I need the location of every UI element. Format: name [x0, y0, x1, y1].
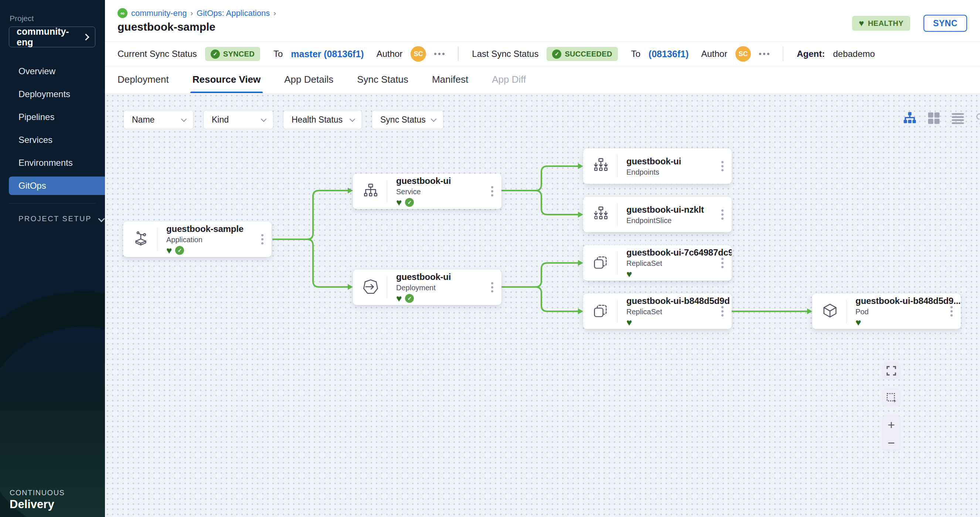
tab-app-details[interactable]: App Details — [284, 74, 333, 94]
author-avatar[interactable]: SC — [735, 46, 751, 62]
divider — [458, 46, 458, 61]
breadcrumb-link[interactable]: GitOps: Applications — [197, 8, 270, 18]
author-avatar[interactable]: SC — [410, 46, 426, 62]
resource-node-endpointslice[interactable]: guestbook-ui-nzkltEndpointSlice — [583, 197, 732, 232]
node-name: guestbook-sample — [166, 224, 272, 234]
tab-bar: DeploymentResource ViewApp DetailsSync S… — [105, 67, 980, 94]
agent-label: Agent: — [797, 49, 825, 59]
resource-node-deployment[interactable]: guestbook-uiDeployment♥✓ — [353, 270, 501, 305]
sidebar-item-overview[interactable]: Overview — [0, 60, 105, 83]
node-status: ♥ — [626, 318, 732, 327]
to-label: To — [274, 49, 283, 59]
last-sync-status-label: Last Sync Status — [472, 49, 538, 59]
filter-health-status[interactable]: Health Status — [283, 110, 362, 129]
project-setup-toggle[interactable]: PROJECT SETUP — [19, 214, 105, 223]
node-menu-icon[interactable] — [719, 159, 726, 174]
node-menu-icon[interactable] — [259, 232, 266, 247]
healthy-heart-icon: ♥ — [396, 198, 402, 206]
node-menu-icon[interactable] — [489, 280, 496, 295]
fit-view-button[interactable] — [882, 362, 900, 380]
node-kind: Deployment — [396, 284, 501, 292]
filter-label: Health Status — [291, 115, 342, 125]
node-status: ♥✓ — [166, 246, 272, 255]
cloud-view-icon[interactable] — [975, 111, 980, 127]
filter-sync-status[interactable]: Sync Status — [372, 110, 444, 129]
resource-node-endpoints[interactable]: guestbook-uiEndpoints — [583, 149, 732, 184]
node-menu-icon[interactable] — [719, 207, 726, 222]
to-label: To — [631, 49, 640, 59]
tree-view-icon[interactable] — [903, 111, 916, 126]
sidebar-item-deployments[interactable]: Deployments — [0, 83, 105, 106]
sidebar-item-pipelines[interactable]: Pipelines — [0, 106, 105, 128]
synced-check-icon: ✓ — [405, 294, 414, 303]
node-divider — [617, 203, 617, 226]
node-status: ♥ — [626, 270, 732, 278]
chevron-down-icon — [261, 116, 267, 122]
node-divider — [617, 300, 617, 323]
chevron-down-icon — [181, 116, 187, 122]
health-status-badge[interactable]: ♥ HEALTHY — [852, 16, 910, 31]
node-status: ♥ — [856, 318, 961, 327]
node-kind: ReplicaSet — [626, 259, 732, 268]
list-view-icon[interactable] — [951, 112, 964, 126]
node-text: guestbook-uiService♥✓ — [396, 176, 501, 207]
zoom-in-button[interactable]: + — [888, 419, 895, 430]
gitops-icon: ∞ — [118, 8, 127, 18]
resource-graph-canvas[interactable]: NameKindHealth StatusSync Status guestbo… — [105, 93, 980, 517]
node-kind: ReplicaSet — [626, 308, 732, 316]
tab-sync-status[interactable]: Sync Status — [357, 74, 408, 94]
current-sync-status-label: Current Sync Status — [118, 49, 197, 59]
ellipsis-icon[interactable] — [434, 53, 445, 55]
synced-check-icon: ✓ — [405, 198, 414, 207]
filter-name[interactable]: Name — [123, 110, 194, 129]
resource-node-replicaset-1[interactable]: guestbook-ui-7c64987dc9ReplicaSet♥ — [583, 245, 732, 281]
resource-node-replicaset-2[interactable]: guestbook-ui-b848d5d9dReplicaSet♥ — [583, 293, 732, 329]
breadcrumb-link[interactable]: community-eng — [131, 8, 187, 18]
sidebar-item-environments[interactable]: Environments — [0, 151, 105, 174]
resource-node-pod[interactable]: guestbook-ui-b848d5d9...Pod♥ — [812, 293, 961, 329]
node-menu-icon[interactable] — [948, 304, 955, 319]
healthy-heart-icon: ♥ — [166, 246, 172, 254]
breadcrumb: ∞ community-eng›GitOps: Applications› — [118, 8, 276, 18]
filter-bar: NameKindHealth StatusSync Status — [123, 110, 444, 129]
node-name: guestbook-ui — [626, 156, 732, 167]
check-circle-icon: ✓ — [552, 49, 561, 59]
node-name: guestbook-ui-b848d5d9d — [626, 296, 732, 306]
main-panel: ∞ community-eng›GitOps: Applications› gu… — [105, 0, 980, 517]
tab-resource-view[interactable]: Resource View — [192, 74, 261, 94]
grid-view-icon[interactable] — [928, 112, 940, 126]
current-revision-link[interactable]: master (08136f1) — [291, 49, 364, 59]
chevron-down-icon — [98, 215, 105, 222]
sidebar-item-services[interactable]: Services — [0, 128, 105, 151]
node-menu-icon[interactable] — [719, 304, 726, 319]
ellipsis-icon[interactable] — [759, 53, 769, 55]
project-setup-label: PROJECT SETUP — [19, 214, 92, 223]
node-kind: Endpoints — [626, 168, 732, 176]
resource-node-application[interactable]: guestbook-sampleApplication♥✓ — [123, 222, 272, 257]
brand-bottom-label: Delivery — [10, 498, 65, 511]
agent-value: debademo — [833, 49, 875, 59]
node-name: guestbook-ui-nzklt — [626, 205, 732, 215]
tab-deployment[interactable]: Deployment — [118, 74, 169, 94]
filter-kind[interactable]: Kind — [203, 110, 274, 129]
node-menu-icon[interactable] — [719, 255, 726, 270]
project-name: community-eng — [17, 26, 84, 48]
node-status: ♥✓ — [396, 198, 501, 207]
tab-manifest[interactable]: Manifest — [432, 74, 468, 94]
replicaset-icon — [592, 303, 610, 320]
brand-watermark — [0, 292, 105, 517]
endpointslice-icon — [592, 206, 610, 223]
node-text: guestbook-uiEndpoints — [626, 156, 732, 176]
sidebar-item-gitops[interactable]: GitOps — [9, 176, 105, 195]
sync-button[interactable]: SYNC — [923, 15, 967, 32]
node-text: guestbook-sampleApplication♥✓ — [166, 224, 272, 255]
resource-node-service[interactable]: guestbook-uiService♥✓ — [353, 174, 501, 209]
last-revision-link[interactable]: (08136f1) — [649, 49, 689, 59]
chevron-down-icon — [350, 116, 355, 122]
succeeded-badge-label: SUCCEEDED — [565, 50, 612, 58]
node-divider — [157, 228, 158, 251]
project-selector[interactable]: community-eng — [9, 27, 95, 47]
node-menu-icon[interactable] — [489, 184, 496, 199]
selection-zoom-button[interactable] — [882, 389, 900, 407]
zoom-out-button[interactable]: − — [888, 437, 895, 448]
